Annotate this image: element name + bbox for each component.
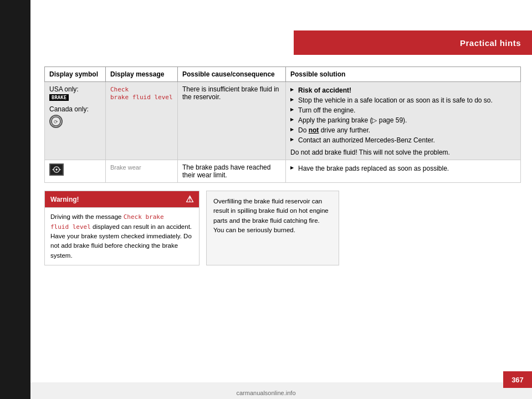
symbol-cell-1: USA only: BRAKE Canada only: ⟳ <box>45 82 106 160</box>
brake-wear-icon <box>49 163 64 176</box>
message-cell-2: Brake wear <box>106 160 178 183</box>
boxes-row: Warning! ⚠ Driving with the message Chec… <box>44 191 521 265</box>
message-gray-text: Brake wear <box>110 164 141 171</box>
info-box: Overfilling the brake fluid reservoir ca… <box>206 191 339 265</box>
warning-box: Warning! ⚠ Driving with the message Chec… <box>44 191 200 265</box>
solution-cell-2: Have the brake pads replaced as soon as … <box>286 160 521 183</box>
svg-point-4 <box>55 168 57 170</box>
solution-text: Have the brake pads replaced as soon as … <box>298 165 449 172</box>
warning-triangle-icon: ⚠ <box>186 194 193 204</box>
table-row: USA only: BRAKE Canada only: ⟳ Checkbrak… <box>45 82 521 160</box>
not-word: not <box>309 126 319 134</box>
do-not-add-note: Do not add brake fluid! This will not so… <box>290 149 516 156</box>
canada-label: Canada only: <box>49 105 101 113</box>
solution-text: Contact an authorized Mercedes-Benz Cent… <box>298 136 435 144</box>
content-area: Display symbol Display message Possible … <box>44 66 521 371</box>
header-banner: Practical hints <box>294 30 532 55</box>
page-number-text: 367 <box>511 376 524 384</box>
solution-list-1: Risk of accident! Stop the vehicle in a … <box>290 85 516 145</box>
usa-label: USA only: <box>49 85 101 93</box>
footer-watermark: carmanualsonline.info <box>0 390 532 396</box>
watermark-text: carmanualsonline.info <box>236 390 295 396</box>
solution-item: Contact an authorized Mercedes-Benz Cent… <box>290 135 516 145</box>
solution-text: Risk of accident! <box>298 86 351 94</box>
solution-item: Turn off the engine. <box>290 105 516 115</box>
warning-header: Warning! ⚠ <box>45 191 199 207</box>
cause-text-1: There is insufficient brake fluid in the… <box>182 85 279 101</box>
cause-cell-1: There is insufficient brake fluid in the… <box>178 82 286 160</box>
cause-cell-2: The brake pads have reached their wear l… <box>178 160 286 183</box>
table-row: Brake wear The brake pads have reached t… <box>45 160 521 183</box>
solution-item: Apply the parking brake (▷ page 59). <box>290 115 516 125</box>
svg-text:⟳: ⟳ <box>54 119 58 125</box>
col-header-message: Display message <box>106 67 178 82</box>
solution-cell-1: Risk of accident! Stop the vehicle in a … <box>286 82 521 160</box>
col-header-symbol: Display symbol <box>45 67 106 82</box>
page-number: 367 <box>503 371 532 388</box>
solution-item: Stop the vehicle in a safe location or a… <box>290 95 516 105</box>
solution-text: Apply the parking brake (▷ page 59). <box>298 116 407 124</box>
main-table: Display symbol Display message Possible … <box>44 66 521 183</box>
page-title: Practical hints <box>460 38 521 48</box>
message-red-text: Checkbrake fluid level <box>110 86 173 101</box>
left-bar <box>0 0 30 399</box>
solution-list-2: Have the brake pads replaced as soon as … <box>290 163 516 173</box>
symbol-cell-2 <box>45 160 106 183</box>
brake-badge: BRAKE <box>49 94 69 101</box>
warning-label: Warning! <box>50 196 79 203</box>
solution-text: Stop the vehicle in a safe location or a… <box>298 96 493 104</box>
col-header-solution: Possible solution <box>286 67 521 82</box>
message-cell-1: Checkbrake fluid level <box>106 82 178 160</box>
solution-item: Do not drive any further. <box>290 125 516 135</box>
solution-item: Have the brake pads replaced as soon as … <box>290 163 516 173</box>
solution-item: Risk of accident! <box>290 85 516 95</box>
solution-text: Turn off the engine. <box>298 106 355 114</box>
col-header-cause: Possible cause/consequence <box>178 67 286 82</box>
cause-text-2: The brake pads have reached their wear l… <box>182 163 270 179</box>
warning-text-before: Driving with the message <box>50 213 124 220</box>
warning-body: Driving with the message Check brakeflui… <box>45 207 199 265</box>
info-text: Overfilling the brake fluid reservoir ca… <box>213 198 329 233</box>
canada-icon: ⟳ <box>49 115 63 128</box>
